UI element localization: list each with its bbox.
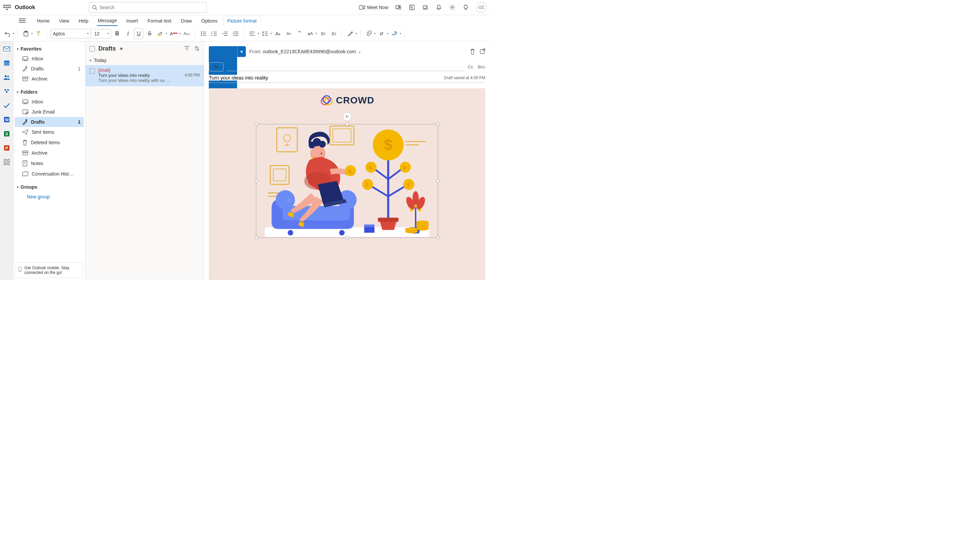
folder-archive[interactable]: Archive (15, 148, 84, 158)
filter-icon[interactable] (184, 46, 189, 51)
resize-handle-e[interactable] (436, 179, 440, 183)
favorites-header[interactable]: ▾Favorites (13, 44, 85, 53)
tab-picture-format[interactable]: Picture format (223, 16, 261, 26)
rotate-handle[interactable]: ↻ (343, 112, 352, 121)
message-body[interactable]: CROWD ↻ (209, 88, 485, 280)
rail-todo-icon[interactable] (3, 102, 11, 110)
folders-header[interactable]: ▾Folders (13, 87, 85, 97)
tab-format-text[interactable]: Format text (143, 15, 176, 26)
italic-button[interactable]: I (123, 28, 133, 39)
font-size-select[interactable]: 12▾ (92, 29, 111, 38)
folder-notes[interactable]: Notes (15, 158, 84, 169)
undo-button[interactable] (3, 28, 12, 39)
tab-draw[interactable]: Draw (177, 15, 196, 26)
change-case-button[interactable]: aA (306, 28, 315, 39)
sort-icon[interactable] (194, 46, 200, 51)
search-input[interactable] (100, 5, 204, 10)
paste-button[interactable] (21, 28, 31, 39)
resize-handle-se[interactable] (436, 236, 440, 239)
bullets-button[interactable] (199, 28, 208, 39)
meet-now-button[interactable]: Meet Now (359, 5, 388, 10)
numbering-button[interactable]: 123 (209, 28, 219, 39)
bcc-button[interactable]: Bcc (478, 64, 485, 69)
folder-conversation-history[interactable]: Conversation Hist… (15, 169, 84, 179)
align-button[interactable] (247, 28, 257, 39)
notifications-icon[interactable] (435, 4, 442, 11)
rail-groups-icon[interactable] (3, 87, 11, 95)
line-spacing-button[interactable] (260, 28, 270, 39)
undo-menu-caret[interactable]: ▾ (13, 32, 14, 35)
folder-sent[interactable]: Sent Items (15, 127, 84, 137)
resize-handle-nw[interactable] (254, 123, 258, 126)
new-group-link[interactable]: New group (13, 192, 85, 202)
signature-button[interactable] (390, 28, 399, 39)
indent-button[interactable] (231, 28, 241, 39)
fav-archive[interactable]: Archive (15, 74, 84, 84)
format-painter-button[interactable] (34, 28, 43, 39)
send-options-caret[interactable]: ▾ (237, 46, 246, 57)
increase-font-button[interactable]: A▴ (273, 28, 282, 39)
rail-excel-icon[interactable]: X (3, 130, 11, 138)
rail-mail-icon[interactable] (3, 45, 11, 53)
tab-message[interactable]: Message (94, 15, 121, 26)
groups-header[interactable]: ▾Groups (13, 182, 85, 192)
bold-button[interactable]: B (113, 28, 122, 39)
nav-toggle-icon[interactable] (19, 18, 26, 23)
quote-button[interactable]: ” (295, 28, 304, 39)
strikethrough-button[interactable]: S (145, 28, 154, 39)
decrease-font-button[interactable]: A▾ (284, 28, 293, 39)
underline-button[interactable]: U (134, 28, 143, 39)
resize-handle-s[interactable] (345, 236, 349, 239)
font-color-button[interactable]: A (168, 28, 179, 39)
folder-deleted[interactable]: Deleted Items (15, 137, 84, 148)
selected-image[interactable]: ↻ (256, 124, 438, 238)
group-today[interactable]: ▾Today (86, 56, 204, 65)
folder-junk[interactable]: Junk Email (15, 107, 84, 117)
tab-help[interactable]: Help (75, 15, 92, 26)
outdent-button[interactable] (220, 28, 230, 39)
subject-input[interactable] (209, 75, 444, 80)
settings-icon[interactable] (449, 4, 456, 11)
select-all-checkbox[interactable] (90, 46, 95, 52)
favorite-star-icon[interactable]: ★ (119, 46, 124, 51)
message-row[interactable]: [Draft] Turn your ideas into reality4:08… (86, 65, 204, 86)
clear-formatting-button[interactable]: A (182, 28, 192, 39)
resize-handle-sw[interactable] (254, 236, 258, 239)
account-avatar[interactable]: OZ (476, 2, 487, 13)
highlight-button[interactable] (156, 28, 165, 39)
from-field[interactable]: From: outlook_E2213CEA8E439990@outlook.c… (249, 49, 360, 54)
folder-drafts[interactable]: Drafts1 (15, 117, 84, 127)
fav-inbox[interactable]: Inbox (15, 53, 84, 64)
row-checkbox[interactable] (90, 68, 95, 74)
fav-drafts[interactable]: Drafts1 (15, 64, 84, 74)
tips-icon[interactable] (462, 4, 469, 11)
folder-inbox[interactable]: Inbox (15, 97, 84, 107)
popout-icon[interactable] (480, 48, 485, 55)
my-day-icon[interactable] (422, 4, 429, 11)
resize-handle-n[interactable] (345, 123, 349, 126)
teams-icon[interactable] (395, 4, 402, 11)
paste-menu-caret[interactable]: ▾ (31, 32, 33, 35)
tab-view[interactable]: View (55, 15, 73, 26)
onenote-feed-icon[interactable] (409, 4, 415, 11)
cc-button[interactable]: Cc (468, 64, 473, 69)
font-name-select[interactable]: Aptos▾ (50, 29, 91, 38)
app-launcher-icon[interactable] (3, 4, 11, 11)
tab-home[interactable]: Home (33, 15, 53, 26)
subscript-button[interactable]: X2 (318, 28, 328, 39)
search-box[interactable] (89, 2, 207, 13)
attach-button[interactable] (364, 28, 374, 39)
styles-button[interactable] (345, 28, 355, 39)
mobile-prompt[interactable]: Get Outlook mobile. Stay connected on th… (15, 262, 83, 278)
superscript-button[interactable]: X2 (329, 28, 339, 39)
to-button[interactable]: To (209, 62, 224, 72)
tab-options[interactable]: Options (198, 15, 222, 26)
rail-people-icon[interactable] (3, 73, 11, 81)
resize-handle-w[interactable] (254, 179, 258, 183)
resize-handle-ne[interactable] (436, 123, 440, 126)
rail-calendar-icon[interactable] (3, 59, 11, 67)
discard-icon[interactable] (470, 48, 475, 55)
rail-more-apps-icon[interactable] (3, 158, 11, 166)
link-button[interactable] (377, 28, 386, 39)
tab-insert[interactable]: Insert (122, 15, 142, 26)
